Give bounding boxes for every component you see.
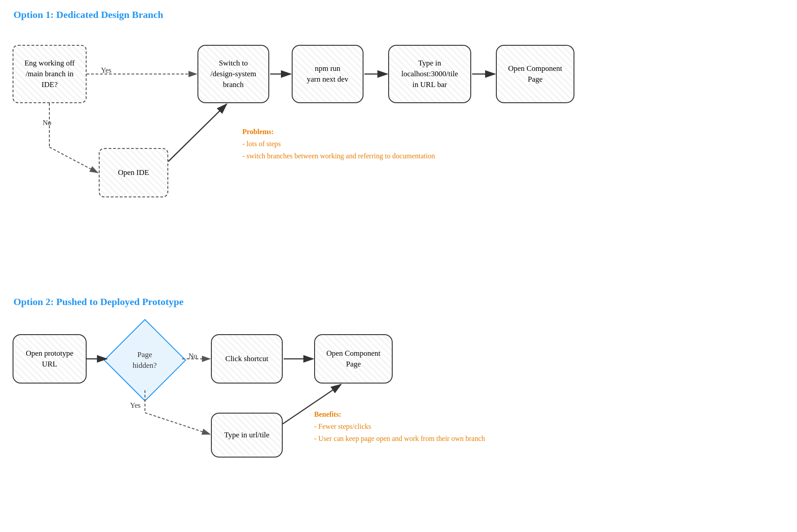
- svg-line-8: [168, 104, 227, 161]
- node-open-prototype: Open prototype URL: [13, 334, 87, 384]
- node-open-component-2: Open Component Page: [314, 334, 393, 384]
- benefits-annotation: Benefits: - Fewer steps/clicks - User ca…: [314, 408, 485, 445]
- node-page-hidden: Page hidden?: [108, 330, 182, 390]
- node-npm-run: npm run yarn next dev: [292, 45, 363, 103]
- no-label-2: No: [188, 352, 197, 360]
- option2-title: Option 2: Pushed to Deployed Prototype: [13, 296, 184, 308]
- no-label-1: No: [43, 119, 52, 127]
- node-switch-to: Switch to /design-system branch: [197, 45, 269, 103]
- node-type-in: Type in localhost:3000/tile in URL bar: [388, 45, 471, 103]
- node-type-url: Type in url/tile: [211, 413, 283, 458]
- node-click-shortcut: Click shortcut: [211, 334, 283, 384]
- yes-label-1: Yes: [101, 66, 111, 74]
- svg-line-13: [145, 413, 210, 434]
- node-open-component-1: Open Component Page: [496, 45, 574, 103]
- node-eng-working: Eng working off /main branch in IDE?: [13, 45, 87, 103]
- problems-annotation: Problems: - lots of steps - switch branc…: [242, 126, 435, 162]
- svg-line-7: [49, 147, 98, 173]
- option1-title: Option 1: Dedicated Design Branch: [13, 9, 163, 21]
- yes-label-2: Yes: [130, 401, 140, 410]
- node-open-ide: Open IDE: [99, 148, 168, 197]
- diagram-container: Option 1: Dedicated Design Branch Option…: [0, 0, 797, 532]
